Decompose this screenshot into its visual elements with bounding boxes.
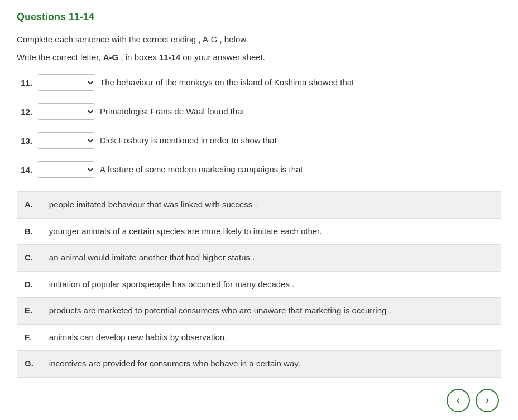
question-text-12: Primatologist Frans de Waal found that (100, 105, 501, 118)
answer-text: people imitated behaviour that was linke… (41, 192, 501, 219)
answer-letter: D. (17, 271, 41, 298)
answer-text: an animal would imitate another that had… (41, 245, 501, 272)
next-button[interactable]: › (476, 389, 499, 412)
question-dropdown-13[interactable]: ABCDEFG (37, 132, 95, 149)
instruction-2: Write the correct letter, A-G , in boxes… (17, 51, 501, 64)
answer-row: F.animals can develop new habits by obse… (17, 324, 501, 351)
answers-table: A.people imitated behaviour that was lin… (17, 191, 501, 378)
answer-row: C.an animal would imitate another that h… (17, 245, 501, 272)
question-number-13: 13. (17, 136, 32, 146)
answer-row: A.people imitated behaviour that was lin… (17, 192, 501, 219)
section-title: Questions 11-14 (17, 11, 501, 23)
prev-button[interactable]: ‹ (447, 389, 470, 412)
answer-row: D.imitation of popular sportspeople has … (17, 271, 501, 298)
question-text-14: A feature of some modern marketing campa… (100, 163, 501, 176)
question-row-14: 14.ABCDEFGA feature of some modern marke… (17, 161, 501, 178)
answer-text: imitation of popular sportspeople has oc… (41, 271, 501, 298)
question-dropdown-14[interactable]: ABCDEFG (37, 161, 95, 178)
question-text-13: Dick Fosbury is mentioned in order to sh… (100, 134, 501, 147)
answer-letter: C. (17, 245, 41, 272)
answer-row: E.products are marketed to potential con… (17, 298, 501, 325)
answer-letter: G. (17, 351, 41, 378)
question-row-13: 13.ABCDEFGDick Fosbury is mentioned in o… (17, 132, 501, 149)
instruction-1: Complete each sentence with the correct … (17, 33, 501, 46)
question-number-12: 12. (17, 107, 32, 117)
answer-letter: A. (17, 192, 41, 219)
answer-letter: E. (17, 298, 41, 325)
answer-row: G.incentives are provided for consumers … (17, 351, 501, 378)
question-text-11: The behaviour of the monkeys on the isla… (100, 76, 501, 89)
answer-text: animals can develop new habits by observ… (41, 324, 501, 351)
question-number-11: 11. (17, 78, 32, 88)
answer-letter: F. (17, 324, 41, 351)
question-row-11: 11.ABCDEFGThe behaviour of the monkeys o… (17, 74, 501, 91)
bold-ag: A-G (103, 52, 119, 62)
question-number-14: 14. (17, 165, 32, 175)
question-dropdown-11[interactable]: ABCDEFG (37, 74, 95, 91)
answer-text: products are marketed to potential consu… (41, 298, 501, 325)
questions-area: 11.ABCDEFGThe behaviour of the monkeys o… (17, 74, 501, 178)
bold-11-14: 11-14 (159, 52, 180, 62)
question-row-12: 12.ABCDEFGPrimatologist Frans de Waal fo… (17, 103, 501, 120)
nav-area: ‹ › (17, 389, 501, 412)
question-dropdown-12[interactable]: ABCDEFG (37, 103, 95, 120)
answer-text: younger animals of a certain species are… (41, 218, 501, 245)
answer-text: incentives are provided for consumers wh… (41, 351, 501, 378)
answer-letter: B. (17, 218, 41, 245)
answer-row: B.younger animals of a certain species a… (17, 218, 501, 245)
